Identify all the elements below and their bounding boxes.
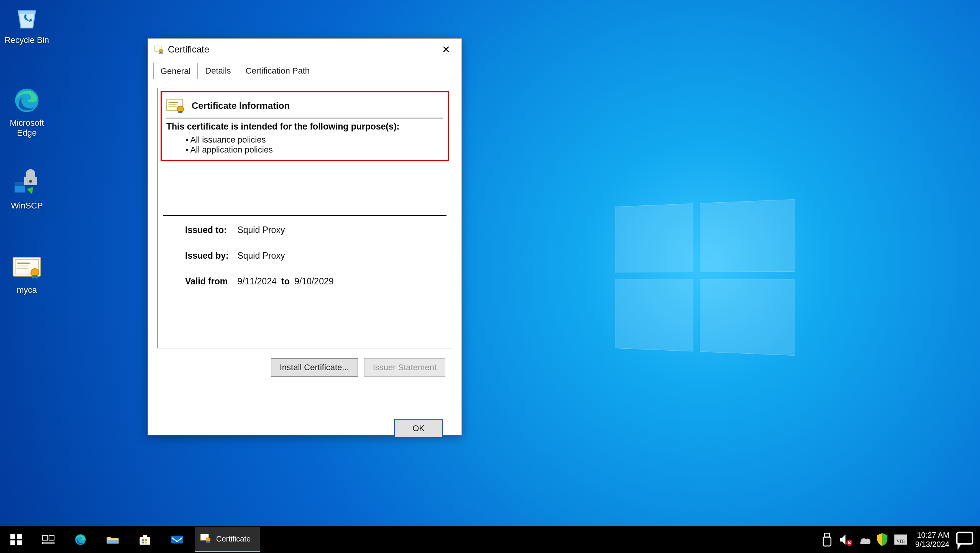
clock-date: 9/13/2024 [915,540,949,549]
show-desktop-button[interactable] [975,526,980,553]
svg-text:vm: vm [896,537,904,544]
tray-vm-icon[interactable]: vm [893,532,908,547]
task-view-button[interactable] [32,526,64,553]
issued-to-label: Issued to: [185,225,235,235]
svg-rect-25 [107,540,118,543]
install-certificate-button[interactable]: Install Certificate... [271,358,358,377]
svg-rect-31 [171,536,183,543]
dialog-titlebar[interactable]: Certificate ✕ [148,39,461,60]
svg-rect-17 [10,534,15,539]
svg-point-3 [29,180,32,182]
issued-by-value: Squid Proxy [237,251,285,261]
valid-from-row: Valid from 9/11/2024 to 9/10/2029 [158,276,452,302]
taskbar-app-label: Certificate [216,535,251,543]
ok-button[interactable]: OK [394,419,443,438]
notification-icon [955,530,975,550]
tab-details[interactable]: Details [198,62,238,79]
tray-onedrive-icon[interactable] [856,532,872,547]
close-icon: ✕ [442,44,450,54]
svg-rect-30 [145,542,147,543]
certificate-taskbar-icon [200,533,211,545]
svg-rect-35 [823,537,831,546]
svg-rect-18 [17,534,22,539]
divider [166,118,443,118]
store-icon [138,533,151,546]
taskbar-app-certificate[interactable]: Certificate [195,527,260,552]
valid-to-label: to [281,276,290,286]
svg-rect-19 [10,540,15,545]
windows-start-icon [10,533,23,546]
windows-logo-watermark [615,199,795,356]
recycle-bin-icon [11,2,42,33]
svg-rect-23 [43,542,54,544]
task-view-icon [42,533,55,546]
desktop-icon-myca[interactable]: myca [0,252,54,295]
svg-rect-39 [957,532,973,544]
divider [163,215,446,216]
tab-strip: General Details Certification Path [153,62,456,79]
desktop-icon-label: Microsoft Edge [0,118,54,138]
certificate-file-icon [11,252,42,283]
svg-rect-21 [43,536,48,540]
tab-certification-path[interactable]: Certification Path [238,62,317,79]
svg-rect-22 [49,536,54,540]
desktop-icon-label: myca [0,285,54,295]
tab-general[interactable]: General [153,63,198,79]
system-tray: vm 10:27 AM 9/13/2024 [818,526,980,553]
file-explorer-icon [106,533,119,546]
taskbar-app-mail[interactable] [161,526,193,553]
desktop-icon-label: Recycle Bin [0,35,54,45]
taskbar-app-microsoft-store[interactable] [129,526,161,553]
svg-rect-27 [142,539,144,541]
svg-rect-34 [824,533,829,537]
tab-body-general: Certificate Information This certificate… [153,79,456,438]
purpose-list: All issuance policies All application po… [164,135,445,156]
desktop-icon-recycle-bin[interactable]: Recycle Bin [0,2,54,45]
purpose-item: All issuance policies [185,135,445,145]
valid-from-label: Valid from [185,276,235,287]
issued-to-value: Squid Proxy [237,225,285,235]
svg-rect-28 [145,539,147,541]
close-button[interactable]: ✕ [431,39,461,60]
svg-rect-20 [17,540,22,545]
taskbar: Certificate vm 10:27 AM 9/13/2024 [0,526,980,553]
purpose-intro-text: This certificate is intended for the fol… [164,121,445,135]
certificate-dialog: Certificate ✕ General Details Certificat… [148,38,462,435]
desktop-icon-microsoft-edge[interactable]: Microsoft Edge [0,85,54,138]
dialog-title: Certificate [168,44,209,55]
svg-rect-2 [15,182,25,186]
certificate-information-header: Certificate Information [192,100,290,111]
certificate-titlebar-icon [154,45,163,54]
valid-from-value: 9/11/2024 [237,276,276,286]
issued-by-row: Issued by: Squid Proxy [158,251,452,276]
purpose-item: All application policies [185,145,445,155]
edge-icon [74,533,87,546]
taskbar-app-file-explorer[interactable] [97,526,129,553]
edge-icon [11,85,42,116]
valid-to-value: 9/10/2029 [294,276,333,286]
certificate-info-frame: Certificate Information This certificate… [157,88,452,348]
tray-security-icon[interactable] [875,532,890,547]
winscp-icon [11,168,42,199]
svg-rect-29 [142,542,144,543]
taskbar-clock[interactable]: 10:27 AM 9/13/2024 [910,530,955,549]
clock-time: 10:27 AM [915,530,949,540]
action-center-button[interactable] [955,526,975,553]
tray-volume-icon[interactable] [838,532,853,547]
issued-by-label: Issued by: [185,251,235,261]
certificate-icon [166,98,185,114]
taskbar-app-edge[interactable] [64,526,97,553]
start-button[interactable] [0,526,32,553]
tray-usb-icon[interactable] [819,532,835,547]
annotation-highlight-box: Certificate Information This certificate… [161,91,449,161]
desktop-icon-winscp[interactable]: WinSCP [0,168,54,211]
mail-icon [171,533,184,546]
issuer-statement-button: Issuer Statement [364,358,445,377]
issued-to-row: Issued to: Squid Proxy [158,225,452,251]
desktop-icon-label: WinSCP [0,201,54,211]
desktop-background: Recycle Bin Microsoft Edge WinSCP myca [0,0,980,526]
